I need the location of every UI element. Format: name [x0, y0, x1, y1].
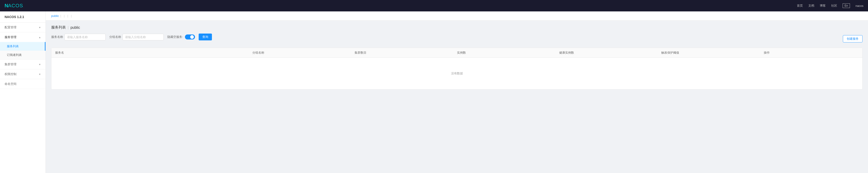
service-name-input[interactable]	[64, 34, 105, 40]
col-cluster-count: 集群数目	[351, 48, 453, 58]
top-nav: NACOS. 首页 文档 博客 社区 En nacos	[0, 0, 868, 11]
sidebar-item-subscriber-list[interactable]: 订阅者列表	[0, 51, 45, 59]
table-header: 服务名 分组名称 集群数目 实例数 健康实例数 触发保护阈值 操作	[52, 48, 862, 58]
sidebar-group-service-label: 服务管理	[5, 35, 17, 39]
col-service-name: 服务名	[52, 48, 249, 58]
nav-home[interactable]: 首页	[797, 4, 803, 8]
nav-blog[interactable]: 博客	[820, 4, 826, 8]
sidebar-group-cluster: 集群管理 ▼	[0, 60, 45, 69]
col-protect-threshold: 触发保护阈值	[658, 48, 760, 58]
breadcrumb: public | | | |	[46, 11, 868, 21]
main-content: public | | | | 服务列表 | public	[46, 11, 868, 173]
sidebar-group-namespace-title[interactable]: 命名空间	[0, 79, 45, 89]
create-service-button[interactable]: 创建服务	[843, 35, 863, 42]
filter-group-name: 分组名称	[109, 34, 164, 40]
service-name-label: 服务名称	[51, 35, 63, 39]
chevron-down-icon: ▼	[39, 26, 41, 29]
lang-button[interactable]: En	[843, 3, 850, 8]
logo: NACOS.	[5, 3, 24, 9]
hide-empty-label: 隐藏空服务:	[167, 35, 183, 39]
breadcrumb-sep-1: |	[60, 14, 61, 18]
col-operation: 操作	[760, 48, 862, 58]
page-title-main: 服务列表	[51, 25, 66, 30]
filter-row: 服务名称 分组名称 隐藏空服务:	[51, 34, 863, 44]
content-area: 服务列表 | public 服务名称 分组名称	[46, 21, 868, 94]
search-button[interactable]: 查询	[199, 34, 212, 40]
page-title-sep: |	[68, 26, 69, 30]
sidebar-group-config-title[interactable]: 配置管理 ▼	[0, 23, 45, 32]
top-nav-right: 首页 文档 博客 社区 En nacos	[797, 3, 863, 8]
layout: NACOS 1.2.1 配置管理 ▼ 服务管理 ▲ 服务列表 订阅者列表 集群管…	[0, 11, 868, 173]
sidebar-group-cluster-label: 集群管理	[5, 62, 17, 66]
sidebar-service-items: 服务列表 订阅者列表	[0, 42, 45, 59]
sidebar-group-namespace-label: 命名空间	[5, 82, 17, 86]
col-healthy-instance-count: 健康实例数	[556, 48, 658, 58]
service-table: 服务名 分组名称 集群数目 实例数 健康实例数 触发保护阈值 操作 没有数据	[51, 48, 863, 90]
sidebar-group-access-label: 权限控制	[5, 72, 17, 76]
breadcrumb-sep-3: |	[67, 14, 68, 18]
sidebar-group-config: 配置管理 ▼	[0, 23, 45, 32]
toggle-thumb	[190, 35, 194, 39]
group-name-input[interactable]	[123, 34, 164, 40]
sidebar-group-access-title[interactable]: 权限控制 ▼	[0, 69, 45, 79]
hide-empty-toggle[interactable]	[185, 34, 195, 39]
col-group-name: 分组名称	[249, 48, 351, 58]
page-header: 服务列表 | public	[51, 25, 863, 30]
sidebar-group-access: 权限控制 ▼	[0, 69, 45, 79]
sidebar-group-service-title[interactable]: 服务管理 ▲	[0, 32, 45, 42]
username: nacos	[856, 4, 863, 7]
filter-bar: 服务名称 分组名称 隐藏空服务:	[51, 34, 212, 40]
sidebar-version: NACOS 1.2.1	[0, 11, 45, 23]
col-instance-count: 实例数	[453, 48, 556, 58]
sidebar-group-service: 服务管理 ▲ 服务列表 订阅者列表	[0, 32, 45, 60]
sidebar-group-config-label: 配置管理	[5, 25, 17, 29]
breadcrumb-sep-2: |	[64, 14, 64, 18]
filter-service-name: 服务名称	[51, 34, 105, 40]
breadcrumb-sep-4: |	[71, 14, 71, 18]
sidebar: NACOS 1.2.1 配置管理 ▼ 服务管理 ▲ 服务列表 订阅者列表 集群管…	[0, 11, 46, 173]
chevron-down-icon-cluster: ▼	[39, 63, 41, 66]
chevron-down-icon-access: ▼	[39, 73, 41, 75]
sidebar-group-cluster-title[interactable]: 集群管理 ▼	[0, 60, 45, 69]
page-title-sub: public	[70, 26, 80, 30]
nav-community[interactable]: 社区	[831, 4, 837, 8]
group-name-label: 分组名称	[109, 35, 121, 39]
chevron-up-icon: ▲	[39, 36, 41, 39]
sidebar-item-service-list[interactable]: 服务列表	[0, 42, 45, 51]
nav-docs[interactable]: 文档	[808, 4, 814, 8]
breadcrumb-public[interactable]: public	[51, 14, 59, 18]
filter-hide-empty: 隐藏空服务:	[167, 34, 195, 39]
table-empty-state: 没有数据	[52, 58, 862, 89]
sidebar-group-namespace: 命名空间	[0, 79, 45, 89]
toggle-track	[185, 34, 195, 39]
